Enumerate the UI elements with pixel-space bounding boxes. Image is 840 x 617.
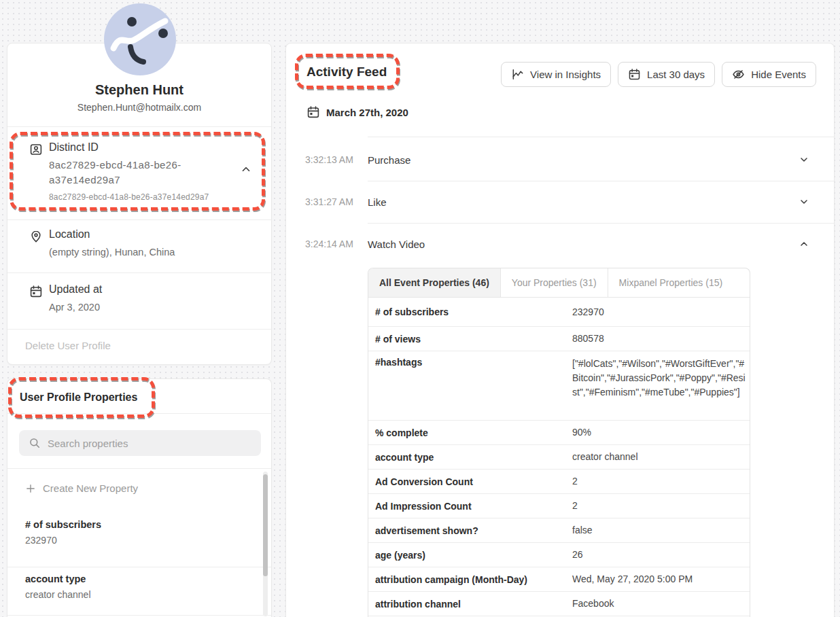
scrollbar-track[interactable]	[263, 472, 268, 616]
avatar	[104, 3, 176, 75]
search-icon	[29, 437, 41, 449]
table-row: attribution campaign (Month-Day) Wed, Ma…	[368, 567, 750, 592]
event-time: 3:24:14 AM	[305, 239, 353, 249]
location-label: Location	[49, 228, 90, 241]
view-in-insights-label: View in Insights	[530, 69, 601, 80]
property-name: Ad Impression Count	[375, 501, 572, 512]
tab-all-event-properties[interactable]: All Event Properties (46)	[368, 268, 501, 297]
table-row: Ad Impression Count 2	[368, 494, 750, 518]
property-list-item[interactable]: account type creator channel	[25, 574, 251, 600]
user-profile-properties-card: User Profile Properties Create New Prope…	[7, 378, 272, 617]
property-name: # of subscribers	[25, 519, 251, 530]
page-background: Stephen Hunt Stephen.Hunt@hotmailx.com D…	[0, 0, 840, 617]
divider	[7, 329, 271, 330]
property-value: 2	[572, 474, 746, 489]
divider	[7, 272, 271, 273]
calendar-icon	[628, 68, 641, 81]
property-value: ["#lolCats","#Wilson","#WorstGiftEver","…	[572, 357, 746, 400]
chevron-up-icon[interactable]	[799, 239, 809, 249]
delete-user-profile-button[interactable]: Delete User Profile	[25, 340, 111, 351]
table-row: age (years) 26	[368, 543, 750, 567]
event-time: 3:31:27 AM	[305, 196, 353, 207]
divider	[7, 413, 271, 414]
divider	[7, 219, 271, 220]
search-properties-box	[19, 430, 261, 456]
event-row-purchase[interactable]: 3:32:13 AM Purchase	[286, 139, 834, 181]
table-row: #hashtags ["#lolCats","#Wilson","#WorstG…	[368, 351, 750, 421]
table-row: account type creator channel	[368, 445, 750, 470]
property-name: advertisement shown?	[375, 525, 572, 536]
divider	[7, 567, 271, 567]
profile-email: Stephen.Hunt@hotmailx.com	[7, 102, 271, 113]
event-name: Purchase	[368, 154, 410, 166]
line-chart-icon	[511, 68, 524, 81]
property-name: % complete	[375, 427, 572, 438]
table-row: attribution channel Facebook	[368, 592, 750, 616]
table-row: advertisement shown? false	[368, 518, 750, 543]
activity-feed-title: Activity Feed	[307, 65, 387, 80]
property-value: 90%	[572, 425, 746, 440]
calendar-icon	[307, 105, 320, 119]
last-30-days-label: Last 30 days	[647, 69, 705, 80]
table-row: % complete 90%	[368, 421, 750, 445]
chevron-down-icon[interactable]	[799, 196, 809, 207]
event-row-watch-video[interactable]: 3:24:14 AM Watch Video	[286, 223, 834, 265]
avatar-smiley-icon	[104, 3, 176, 75]
tab-your-properties[interactable]: Your Properties (31)	[501, 268, 608, 297]
property-name: attribution channel	[375, 599, 572, 610]
property-value: creator channel	[25, 589, 251, 600]
divider	[368, 137, 834, 137]
location-pin-icon	[29, 230, 43, 243]
property-value: 26	[572, 548, 746, 562]
activity-feed-card: Activity Feed View in Insights Last 30 d…	[285, 43, 835, 617]
view-in-insights-button[interactable]: View in Insights	[501, 62, 611, 87]
profile-name: Stephen Hunt	[7, 82, 271, 98]
hide-events-button[interactable]: Hide Events	[722, 62, 816, 87]
event-time: 3:32:13 AM	[305, 154, 353, 165]
hide-events-label: Hide Events	[751, 69, 806, 80]
plus-icon	[25, 483, 36, 494]
feed-toolbar: View in Insights Last 30 days Hide Event…	[501, 62, 816, 87]
property-name: age (years)	[375, 550, 572, 561]
property-value: 2	[572, 499, 746, 513]
tab-mixpanel-properties[interactable]: Mixpanel Properties (15)	[608, 268, 734, 297]
create-new-property-button[interactable]: Create New Property	[25, 482, 138, 494]
scrollbar-thumb[interactable]	[263, 474, 268, 576]
property-value: 232970	[25, 535, 251, 546]
create-new-property-label: Create New Property	[43, 482, 138, 494]
event-property-tabs: All Event Properties (46) Your Propertie…	[368, 268, 750, 298]
chevron-down-icon[interactable]	[799, 154, 809, 165]
property-name: account type	[25, 574, 251, 584]
table-row: # of views 880578	[368, 327, 750, 351]
last-30-days-button[interactable]: Last 30 days	[618, 62, 715, 87]
updated-at-value: Apr 3, 2020	[49, 302, 100, 313]
calendar-icon	[29, 285, 43, 298]
event-row-like[interactable]: 3:31:27 AM Like	[286, 181, 834, 223]
property-name: attribution campaign (Month-Day)	[375, 574, 572, 585]
date-header: March 27th, 2020	[307, 105, 408, 119]
property-value: creator channel	[572, 450, 746, 464]
distinct-id-value: 8ac27829-ebcd-41a8-be26-a37e14ed29a7	[49, 158, 217, 188]
search-input[interactable]	[48, 430, 251, 456]
eye-off-icon	[732, 68, 745, 81]
profile-card: Stephen Hunt Stephen.Hunt@hotmailx.com D…	[7, 43, 272, 365]
property-list-item[interactable]: # of subscribers 232970	[25, 519, 251, 546]
event-detail-panel: All Event Properties (46) Your Propertie…	[368, 268, 750, 617]
distinct-id-full-value: 8ac27829-ebcd-41a8-be26-a37e14ed29a7	[49, 192, 209, 202]
event-name: Watch Video	[368, 239, 425, 250]
property-name: #hashtags	[375, 357, 572, 368]
property-name: # of views	[375, 334, 572, 345]
property-value: false	[572, 523, 746, 537]
property-name: # of subscribers	[375, 306, 572, 317]
divider	[7, 615, 271, 616]
property-name: account type	[375, 452, 572, 463]
properties-list: Create New Property # of subscribers 232…	[7, 469, 271, 617]
table-row: Ad Conversion Count 2	[368, 470, 750, 494]
table-row: # of subscribers 232970	[368, 298, 750, 327]
property-name: Ad Conversion Count	[375, 476, 572, 487]
divider	[7, 126, 271, 127]
chevron-up-icon[interactable]	[240, 163, 252, 175]
distinct-id-label: Distinct ID	[49, 141, 99, 154]
property-value: Facebook	[572, 597, 746, 611]
property-value: 232970	[572, 305, 746, 319]
